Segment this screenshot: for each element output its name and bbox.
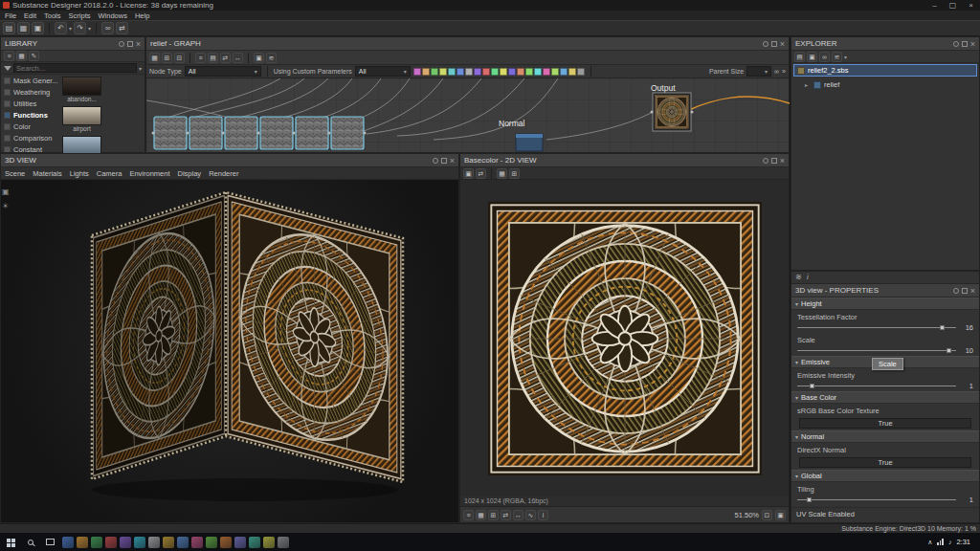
histogram-icon[interactable]: ∿ <box>525 510 536 520</box>
frame-all-icon[interactable]: ▦ <box>149 53 160 63</box>
focus-icon[interactable]: ⊞ <box>162 53 172 63</box>
float-icon[interactable] <box>771 41 777 47</box>
package-row[interactable]: relief2_2.sbs <box>793 64 977 77</box>
taskbar-search-button[interactable] <box>20 533 40 551</box>
node-category-icon[interactable] <box>482 68 490 76</box>
node-category-icon[interactable] <box>568 68 576 76</box>
export-icon[interactable]: ⇄ <box>116 22 128 34</box>
zoom-icon[interactable]: ⊟ <box>174 53 185 63</box>
graph-canvas[interactable]: Normal Output <box>146 78 789 152</box>
float-icon[interactable] <box>962 288 968 294</box>
library-item-functions[interactable]: Functions <box>1 109 60 121</box>
link-mode-icon[interactable]: ⇄ <box>220 53 231 63</box>
search-options-arrow[interactable]: ▾ <box>139 65 142 72</box>
3d-viewport[interactable]: ▣ ☀ <box>1 180 458 522</box>
pin-icon[interactable] <box>763 41 768 47</box>
taskbar-app-icon[interactable] <box>77 537 88 548</box>
export-image-icon[interactable]: ⇄ <box>476 168 486 179</box>
node-category-icon[interactable] <box>491 68 499 76</box>
edit-icon[interactable]: ✎ <box>29 51 39 61</box>
node-category-icon[interactable] <box>560 68 568 76</box>
open-file-icon[interactable]: ▦ <box>17 22 30 34</box>
library-item-constant[interactable]: Constant <box>1 143 60 152</box>
taskbar-app-icon[interactable] <box>91 537 102 548</box>
menu-help[interactable]: Help <box>131 11 153 20</box>
parent-size-dropdown[interactable]: ▾ <box>746 66 771 77</box>
close-icon[interactable]: × <box>970 41 975 47</box>
taskbar-app-icon[interactable] <box>234 537 246 548</box>
save-image-icon[interactable]: ▣ <box>463 168 474 179</box>
infinite-size-icon[interactable]: ∞ <box>774 68 779 75</box>
undo-icon[interactable]: ↶ <box>55 22 67 34</box>
camera-icon[interactable]: ▣ <box>2 187 10 196</box>
node-category-icon[interactable] <box>517 68 524 76</box>
node-category-icon[interactable] <box>457 68 464 76</box>
align-icon[interactable]: ▤ <box>208 53 218 63</box>
new-file-icon[interactable]: ▤ <box>3 22 15 34</box>
emissive-intensity-slider[interactable]: 1 <box>791 381 979 391</box>
redo-icon[interactable]: ↷ <box>74 22 86 34</box>
pin-icon[interactable] <box>953 288 959 294</box>
section-height[interactable]: ▾Height <box>791 298 979 310</box>
2d-viewport[interactable] <box>460 180 789 496</box>
attributes-icon[interactable]: ≋ <box>795 274 802 281</box>
srgb-toggle-button[interactable]: True <box>799 418 971 429</box>
grid-view-icon[interactable]: ▦ <box>16 51 27 61</box>
tiling-slider[interactable]: 1 <box>791 495 979 505</box>
close-icon[interactable]: × <box>970 288 975 294</box>
menu-scripts[interactable]: Scripts <box>65 11 95 20</box>
node-category-icon[interactable] <box>448 68 456 76</box>
close-icon[interactable]: × <box>780 41 785 47</box>
more-actions-arrow[interactable]: ▾ <box>844 54 847 60</box>
scale-slider[interactable]: 10 <box>791 345 979 356</box>
node-chain[interactable] <box>152 117 367 149</box>
link-icon[interactable]: ∞ <box>101 22 114 34</box>
redo-history-arrow[interactable]: ▾ <box>88 25 91 32</box>
taskbar-app-icon[interactable] <box>249 537 260 548</box>
close-icon[interactable]: × <box>780 158 785 164</box>
close-icon[interactable]: × <box>450 158 455 164</box>
menu-windows[interactable]: Windows <box>94 11 130 20</box>
node-category-icon[interactable] <box>543 68 550 76</box>
snap-icon[interactable]: ≡ <box>195 53 206 63</box>
network-icon[interactable] <box>937 539 944 545</box>
library-thumbnail[interactable]: abandon... <box>62 77 101 103</box>
3d-menu-environment[interactable]: Environment <box>125 169 173 178</box>
graph-row[interactable]: ▸ relief <box>793 78 977 91</box>
uv-overlay-icon[interactable]: ⊞ <box>509 168 520 179</box>
close-icon[interactable]: × <box>136 41 141 47</box>
section-normal[interactable]: ▾Normal <box>791 430 979 443</box>
menu-file[interactable]: File <box>1 11 20 20</box>
pin-icon[interactable] <box>433 158 438 164</box>
node-category-icon[interactable] <box>431 68 438 76</box>
channels-icon[interactable]: ▦ <box>497 168 507 179</box>
library-item-mask-gener[interactable]: Mask Gener... <box>1 75 60 86</box>
taskbar-app-icon[interactable] <box>134 537 145 548</box>
new-package-icon[interactable]: ▤ <box>794 52 805 62</box>
light-icon[interactable]: ☀ <box>2 202 10 210</box>
3d-menu-materials[interactable]: Materials <box>29 169 65 178</box>
tray-chevron-icon[interactable]: ∧ <box>927 539 932 546</box>
list-view-icon[interactable]: ≡ <box>4 51 14 61</box>
expand-arrow-icon[interactable]: ▸ <box>805 81 811 88</box>
transform-icon[interactable]: ↔ <box>513 510 523 520</box>
info-icon[interactable]: i <box>807 274 809 281</box>
taskbar-app-icon[interactable] <box>105 537 117 548</box>
node-category-icon[interactable] <box>439 68 447 76</box>
float-icon[interactable] <box>127 41 133 47</box>
start-button[interactable] <box>0 533 20 551</box>
info-icon[interactable]: i <box>538 510 548 520</box>
normal-node[interactable] <box>516 134 543 151</box>
layers-icon[interactable]: ≡ <box>463 510 474 520</box>
maximize-button[interactable]: ▢ <box>944 0 962 11</box>
node-category-icon[interactable] <box>551 68 559 76</box>
node-category-icon[interactable] <box>413 68 421 76</box>
grid-icon[interactable]: ⊞ <box>488 510 499 520</box>
pin-icon[interactable] <box>953 41 959 47</box>
undo-history-arrow[interactable]: ▾ <box>69 25 72 32</box>
node-category-icon[interactable] <box>534 68 542 76</box>
minimize-button[interactable]: – <box>925 0 944 11</box>
close-button[interactable]: × <box>962 0 980 11</box>
3d-menu-camera[interactable]: Camera <box>93 169 126 178</box>
float-icon[interactable] <box>771 158 777 164</box>
